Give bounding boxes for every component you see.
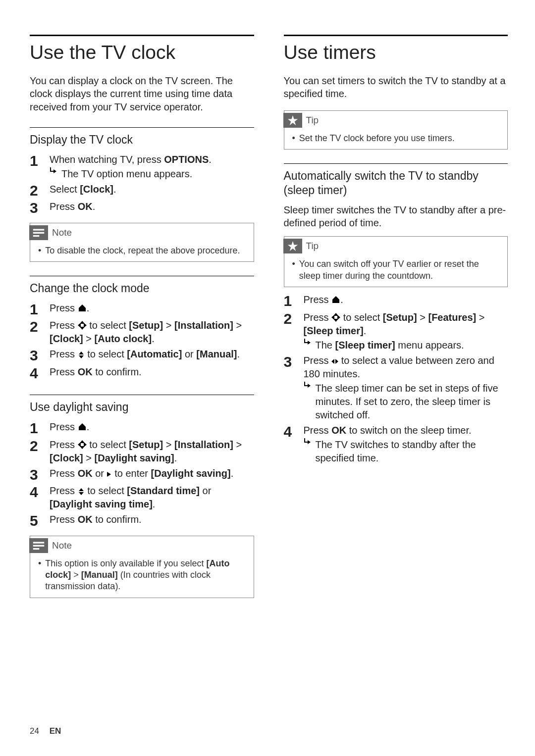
note-body: To disable the clock, repeat the above p…	[45, 245, 240, 256]
step-item: Press .	[30, 302, 254, 317]
steps-display-clock: When watching TV, press OPTIONS. The TV …	[30, 153, 254, 216]
step-item: Press OK.	[30, 200, 254, 216]
step-text: Press	[50, 439, 78, 450]
step-text: .	[93, 201, 96, 212]
step-text: Press	[50, 349, 78, 359]
tip-label: Tip	[306, 241, 319, 252]
step-text: Press	[304, 355, 332, 366]
steps-daylight-saving: Press . Press to select [Setup] > [Insta…	[30, 420, 254, 529]
divider	[284, 163, 508, 164]
result-arrow-icon	[304, 339, 312, 346]
note-text: >	[71, 570, 81, 580]
menu-sleep-timer-label: [Sleep timer]	[304, 325, 364, 336]
step-text: .	[153, 499, 156, 509]
step-text: .	[340, 294, 343, 305]
step-text: Press	[50, 468, 78, 479]
step-item: Press to select [Setup] > [Installation]…	[30, 319, 254, 346]
steps-change-clock-mode: Press . Press to select [Setup] > [Insta…	[30, 302, 254, 381]
step-text: Press	[50, 366, 78, 377]
step-text: >	[83, 453, 95, 463]
step-text: to select	[85, 349, 127, 359]
step-text: .	[174, 453, 177, 463]
ok-label: OK	[78, 468, 93, 479]
heading-sleep-timer: Automatically switch the TV to standby (…	[284, 169, 508, 198]
tip-icon	[283, 239, 302, 253]
step-result: The sleep timer can be set in steps of f…	[316, 382, 508, 422]
left-column: Use the TV clock You can display a clock…	[30, 35, 254, 598]
note-icon	[29, 225, 48, 240]
step-text: Press	[304, 294, 332, 305]
result-arrow-icon	[304, 382, 312, 389]
menu-clock-label: [Clock]	[50, 453, 83, 463]
heading-use-timers: Use timers	[284, 42, 508, 63]
result-text: menu appears.	[395, 340, 464, 351]
page-number: 24	[30, 726, 39, 736]
step-item: Press to select [Automatic] or [Manual].	[30, 348, 254, 363]
updown-arrows-icon	[78, 352, 85, 358]
tip-icon	[283, 113, 302, 128]
divider	[284, 35, 508, 36]
step-text: .	[209, 154, 212, 165]
step-text: .	[364, 325, 367, 336]
step-text: >	[163, 439, 174, 450]
menu-clock-label: [Clock]	[80, 184, 113, 195]
step-item: Press .	[30, 420, 254, 436]
updown-arrows-icon	[78, 488, 85, 495]
step-result: The [Sleep timer] menu appears.	[316, 339, 464, 352]
step-text: .	[237, 349, 240, 359]
result-arrow-icon	[304, 438, 312, 445]
intro-text: Sleep timer switches the TV to standby a…	[284, 203, 508, 230]
tip-body: You can switch off your TV earlier or re…	[299, 258, 501, 282]
step-item: When watching TV, press OPTIONS. The TV …	[30, 153, 254, 181]
step-text: >	[233, 320, 242, 331]
note-icon	[29, 538, 48, 553]
option-standard-time-label: [Standard time]	[127, 485, 200, 496]
step-text: or	[200, 485, 211, 496]
ok-label: OK	[78, 514, 93, 525]
step-text: Press	[304, 312, 332, 323]
heading-change-clock-mode: Change the clock mode	[30, 281, 254, 296]
step-text: >	[83, 333, 95, 344]
step-item: Press to select [Setup] > [Installation]…	[30, 438, 254, 465]
step-item: Select [Clock].	[30, 183, 254, 199]
intro-text: You can set timers to switch the TV to s…	[284, 74, 508, 101]
step-text: to enter	[112, 468, 151, 479]
step-text: to select	[340, 312, 383, 323]
step-text: .	[87, 421, 90, 432]
step-item: Press to select a value between zero and…	[284, 354, 508, 422]
menu-setup-label: [Setup]	[129, 320, 163, 331]
nav-arrows-icon	[331, 313, 340, 322]
nav-arrows-icon	[78, 321, 87, 330]
option-manual-label: [Manual]	[196, 349, 237, 359]
note-box: Note To disable the clock, repeat the ab…	[30, 223, 254, 262]
divider	[30, 395, 254, 395]
step-item: Press to select [Setup] > [Features] > […	[284, 311, 508, 352]
step-text: .	[152, 333, 155, 344]
step-item: Press OK or to enter [Daylight saving].	[30, 467, 254, 483]
step-text: .	[87, 302, 90, 313]
menu-daylight-saving-label: [Daylight saving]	[95, 453, 174, 463]
menu-auto-clock-label: [Auto clock]	[95, 333, 152, 344]
heading-use-tv-clock: Use the TV clock	[30, 42, 254, 63]
note-box: Note This option is only available if yo…	[30, 536, 254, 598]
step-text: Press	[50, 421, 78, 432]
step-text: to confirm.	[93, 366, 142, 377]
step-text: Press	[50, 320, 78, 331]
step-text: to select	[85, 485, 127, 496]
language-code: EN	[50, 726, 61, 736]
ok-label: OK	[78, 366, 93, 377]
step-item: Press OK to switch on the sleep timer. T…	[284, 424, 508, 465]
step-text: to switch on the sleep timer.	[346, 425, 471, 436]
leftright-arrows-icon	[331, 358, 338, 365]
intro-text: You can display a clock on the TV screen…	[30, 74, 254, 113]
divider	[30, 127, 254, 128]
step-text: >	[417, 312, 428, 323]
step-text: When watching TV, press	[50, 154, 164, 165]
step-text: Press	[50, 485, 78, 496]
page-footer: 24 EN	[30, 726, 61, 736]
note-label: Note	[52, 540, 72, 551]
home-icon	[331, 295, 340, 304]
note-label: Note	[52, 227, 72, 238]
menu-sleep-timer-label: [Sleep timer]	[335, 340, 395, 351]
tip-box: Tip Set the TV clock before you use time…	[284, 110, 508, 150]
